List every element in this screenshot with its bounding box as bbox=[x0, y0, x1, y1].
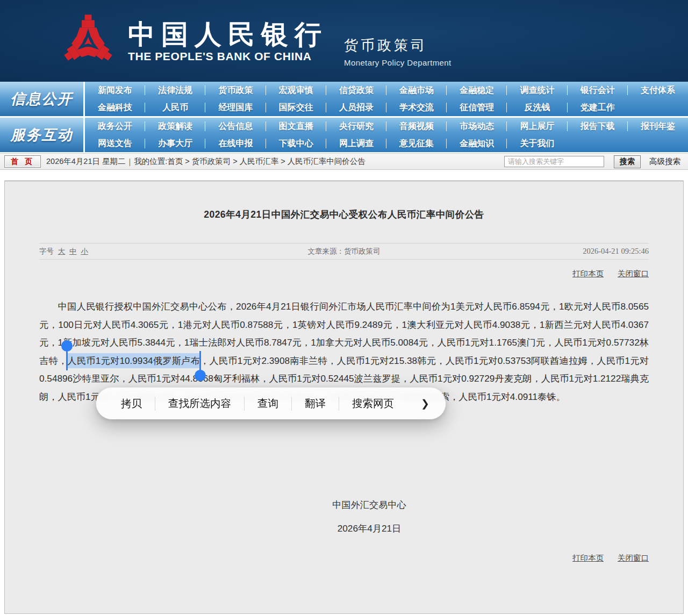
article-title: 2026年4月21日中国外汇交易中心受权公布人民币汇率中间价公告 bbox=[39, 181, 649, 221]
nav-item[interactable]: 银行会计 bbox=[568, 82, 628, 99]
nav-item[interactable]: 公告信息 bbox=[205, 118, 266, 135]
source-value: 货币政策司 bbox=[344, 247, 381, 255]
nav-item[interactable]: 信贷政策 bbox=[326, 82, 386, 99]
nav-section-service: 服务互动 政务公开 政策解读 公告信息 图文直播 央行研究 音频视频 市场动态 … bbox=[0, 118, 688, 152]
nav-item[interactable]: 法律法规 bbox=[145, 82, 205, 99]
nav-item[interactable]: 金融稳定 bbox=[447, 82, 507, 99]
nav-item[interactable]: 政策解读 bbox=[145, 118, 205, 135]
print-page-link[interactable]: 打印本页 bbox=[572, 554, 604, 562]
breadcrumb[interactable]: 我的位置:首页 > 货币政策司 > 人民币汇率 > 人民币汇率中间价公告 bbox=[134, 156, 366, 167]
nav-item[interactable]: 金融知识 bbox=[447, 135, 507, 152]
nav-item[interactable]: 意见征集 bbox=[386, 135, 447, 152]
source-label: 文章来源： bbox=[307, 247, 344, 255]
nav-item[interactable]: 央行研究 bbox=[326, 118, 386, 135]
selected-text: 人民币1元对10.9934俄罗斯卢布 bbox=[67, 353, 200, 368]
font-size-large[interactable]: 大 bbox=[58, 247, 66, 255]
search-button[interactable]: 搜索 bbox=[614, 155, 641, 168]
main-nav: 信息公开 新闻发布 法律法规 货币政策 宏观审慎 信贷政策 金融市场 金融稳定 … bbox=[0, 82, 688, 152]
page-actions-top: 打印本页 关闭窗口 bbox=[39, 269, 649, 279]
selected-text-value: 人民币1元对10.9934俄罗斯卢布 bbox=[67, 355, 200, 366]
nav-item[interactable]: 市场动态 bbox=[447, 118, 507, 135]
advanced-search-link[interactable]: 高级搜索 bbox=[649, 156, 680, 167]
bank-name-cn: 中国人民银行 bbox=[128, 20, 328, 49]
chevron-right-icon[interactable]: ❯ bbox=[407, 397, 438, 410]
selection-context-menu: 拷贝 查找所选内容 查询 翻译 搜索网页 ❯ bbox=[96, 388, 446, 419]
font-size-label: 字号 bbox=[39, 247, 54, 255]
nav-item[interactable]: 征信管理 bbox=[447, 99, 507, 116]
font-size-small[interactable]: 小 bbox=[81, 247, 88, 255]
nav-item[interactable]: 报告下载 bbox=[568, 118, 628, 135]
nav-item[interactable]: 人民币 bbox=[145, 99, 205, 116]
article-card: 2026年4月21日中国外汇交易中心受权公布人民币汇率中间价公告 字号 大 中 … bbox=[4, 181, 684, 614]
signature-date: 2026年4月21日 bbox=[64, 522, 674, 535]
nav-item[interactable]: 网送文告 bbox=[85, 135, 145, 152]
nav-label-info-disclosure[interactable]: 信息公开 bbox=[0, 82, 85, 116]
nav-label-service-interaction[interactable]: 服务互动 bbox=[0, 118, 85, 152]
nav-section-info: 信息公开 新闻发布 法律法规 货币政策 宏观审慎 信贷政策 金融市场 金融稳定 … bbox=[0, 82, 688, 116]
article-meta-row: 字号 大 中 小 文章来源：货币政策司 2026-04-21 09:25:46 bbox=[39, 243, 649, 260]
nav-item[interactable]: 国际交往 bbox=[266, 99, 326, 116]
nav-item[interactable]: 人员招录 bbox=[326, 99, 386, 116]
nav-item[interactable]: 报刊年鉴 bbox=[628, 118, 688, 135]
department-name-en: Monetary Policy Department bbox=[344, 58, 452, 67]
find-selection-button[interactable]: 查找所选内容 bbox=[155, 396, 244, 411]
nav-item[interactable]: 关于我们 bbox=[507, 135, 567, 152]
page-actions-bottom: 打印本页 关闭窗口 bbox=[39, 553, 649, 563]
look-up-button[interactable]: 查询 bbox=[245, 396, 291, 411]
selection-handle-start[interactable] bbox=[66, 351, 68, 370]
breadcrumb-divider: | bbox=[128, 157, 131, 166]
web-search-button[interactable]: 搜索网页 bbox=[339, 396, 407, 411]
breadcrumb-bar: 首 页 2026年4月21日 星期二 | 我的位置:首页 > 货币政策司 > 人… bbox=[0, 153, 688, 170]
nav-item[interactable]: 调查统计 bbox=[507, 82, 567, 99]
font-size-medium[interactable]: 中 bbox=[69, 247, 77, 255]
nav-item[interactable]: 下载中心 bbox=[266, 135, 326, 152]
nav-item[interactable]: 党建工作 bbox=[568, 99, 628, 116]
nav-item[interactable]: 货币政策 bbox=[205, 82, 266, 99]
nav-item[interactable]: 图文直播 bbox=[266, 118, 326, 135]
publish-datetime: 2026-04-21 09:25:46 bbox=[466, 247, 649, 256]
nav-item[interactable]: 办事大厅 bbox=[145, 135, 205, 152]
nav-item[interactable]: 金融市场 bbox=[386, 82, 447, 99]
nav-item[interactable]: 支付体系 bbox=[628, 82, 688, 99]
print-page-link[interactable]: 打印本页 bbox=[572, 269, 604, 278]
close-window-link[interactable]: 关闭窗口 bbox=[618, 554, 649, 562]
nav-item[interactable]: 学术交流 bbox=[386, 99, 447, 116]
pboc-announcement-page: 中国人民银行 THE PEOPLE'S BANK OF CHINA 货币政策司 … bbox=[0, 0, 688, 614]
nav-item[interactable]: 网上展厅 bbox=[507, 118, 567, 135]
close-window-link[interactable]: 关闭窗口 bbox=[618, 269, 649, 278]
bank-name-en: THE PEOPLE'S BANK OF CHINA bbox=[128, 50, 328, 63]
department-name-cn: 货币政策司 bbox=[344, 36, 452, 55]
nav-item[interactable]: 金融科技 bbox=[85, 99, 145, 116]
pboc-logo-icon bbox=[63, 13, 113, 69]
signature-org: 中国外汇交易中心 bbox=[64, 498, 674, 511]
nav-item[interactable]: 音频视频 bbox=[386, 118, 447, 135]
site-header: 中国人民银行 THE PEOPLE'S BANK OF CHINA 货币政策司 … bbox=[0, 0, 688, 82]
nav-item[interactable]: 政务公开 bbox=[85, 118, 145, 135]
home-button[interactable]: 首 页 bbox=[4, 155, 41, 168]
current-date: 2026年4月21日 星期二 bbox=[46, 156, 125, 167]
selection-handle-end[interactable] bbox=[199, 351, 201, 370]
nav-item[interactable]: 反洗钱 bbox=[507, 99, 567, 116]
nav-item[interactable]: 在线申报 bbox=[205, 135, 266, 152]
copy-button[interactable]: 拷贝 bbox=[108, 396, 155, 411]
nav-item[interactable]: 经理国库 bbox=[205, 99, 266, 116]
nav-item[interactable]: 宏观审慎 bbox=[266, 82, 326, 99]
nav-item[interactable]: 网上调查 bbox=[326, 135, 386, 152]
search-input[interactable] bbox=[504, 156, 604, 167]
nav-item[interactable]: 新闻发布 bbox=[85, 82, 145, 99]
translate-button[interactable]: 翻译 bbox=[292, 396, 339, 411]
